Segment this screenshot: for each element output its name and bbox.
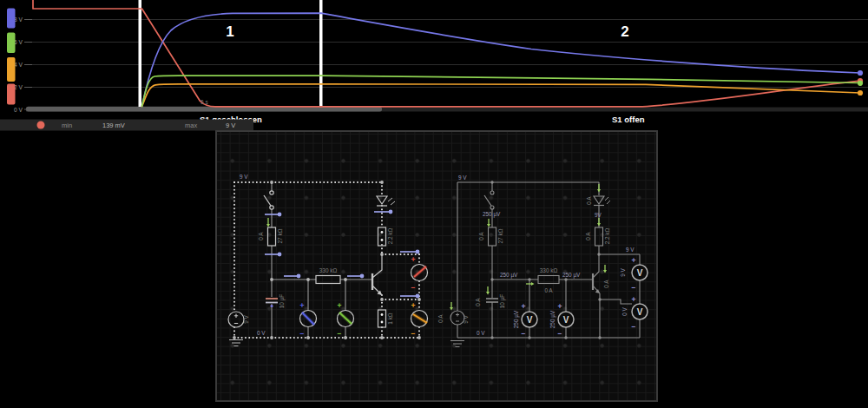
right-rb-current-label: 0 A xyxy=(544,287,553,293)
transistor-right[interactable] xyxy=(593,254,600,293)
trace-endpoint-green xyxy=(858,81,863,86)
right-circuit: V + − V + − V + − V + − xyxy=(437,174,648,347)
y-label-4v: 4 V xyxy=(14,62,23,68)
resistor-330k-right[interactable] xyxy=(538,276,559,284)
meter-red[interactable] xyxy=(411,265,428,281)
resistor-27k-left[interactable] xyxy=(268,227,276,246)
voltmeter-2-plus: + xyxy=(558,302,562,311)
meter-green[interactable] xyxy=(338,311,354,327)
right-supply-label: 9 V xyxy=(458,174,467,181)
event-marker-s1-closed xyxy=(139,0,142,107)
right-base-v1-label: 250 µV xyxy=(500,272,518,279)
trace-blue xyxy=(142,13,861,106)
right-battery-current-label: 0 A xyxy=(437,314,444,323)
scope-axis-ticks xyxy=(24,20,32,110)
voltmeter-2-value: 250 µV xyxy=(549,310,556,328)
circuit-diagram: + − + − + − + − xyxy=(215,130,658,402)
meter-green-minus: − xyxy=(338,329,342,338)
left-cap-label: 10 µF xyxy=(279,294,286,309)
svg-text:V: V xyxy=(563,315,569,325)
right-gnd-label: 0 V xyxy=(477,330,485,336)
voltmeter-collector-plus: + xyxy=(632,256,636,265)
channel-swatch-red[interactable] xyxy=(7,84,16,105)
svg-text:V: V xyxy=(637,307,643,317)
legend-max-value: 9 V xyxy=(226,122,235,129)
right-nodes xyxy=(490,181,601,339)
resistor-330k-left[interactable] xyxy=(316,276,340,284)
voltmeter-collector[interactable]: V xyxy=(632,265,648,280)
scope-legend: min 139 mV max 9 V xyxy=(0,120,253,131)
right-transistor-current-label: 0 A xyxy=(603,280,609,288)
voltmeter-emitter-plus: + xyxy=(632,295,636,304)
left-supply-label: 9 V xyxy=(240,174,248,180)
right-vm-top-label: 9 V xyxy=(620,267,626,276)
y-label-8v: 8 V xyxy=(14,16,23,23)
green-arrow-27k-left xyxy=(266,218,270,227)
y-label-6v: 6 V xyxy=(14,39,23,45)
y-label-0v: 0 V xyxy=(14,107,23,113)
right-wires xyxy=(457,182,640,338)
left-wires-plain xyxy=(272,182,372,338)
legend-min-label: min xyxy=(62,122,72,129)
trace-endpoint-orange xyxy=(858,90,863,95)
right-vm-bot-label: 0 V xyxy=(621,306,628,315)
battery-left[interactable] xyxy=(228,312,244,327)
voltmeter-emitter[interactable]: V xyxy=(632,304,648,319)
scope-y-axis: 8 V 6 V 4 V 2 V 0 V xyxy=(14,16,23,113)
legend-channel-dot[interactable] xyxy=(37,122,45,129)
meter-red-plus: + xyxy=(411,255,416,264)
voltmeter-collector-minus: − xyxy=(632,283,636,292)
oscilloscope: 8 V 6 V 4 V 2 V 0 V xyxy=(0,0,868,132)
channel-swatch-green[interactable] xyxy=(7,33,16,54)
left-re-label: 1 kΩ xyxy=(387,313,393,325)
right-led-voltage-label: 9V xyxy=(595,212,602,218)
left-circuit: + − + − + − + − xyxy=(228,174,428,346)
voltmeter-2[interactable]: V xyxy=(558,312,574,327)
meter-orange-plus: + xyxy=(411,301,416,310)
channel-swatch-blue[interactable] xyxy=(7,9,16,29)
right-r1-label: 27 kΩ xyxy=(497,228,503,243)
left-r1-label: 27 kΩ xyxy=(277,228,283,243)
right-led-current-label: 0 A xyxy=(586,196,592,205)
capacitor-left[interactable] xyxy=(266,299,278,307)
led-left[interactable] xyxy=(377,196,395,206)
region-1-label: 1 xyxy=(226,23,233,40)
ground-left xyxy=(229,340,243,346)
scope-channel-swatches xyxy=(7,9,16,105)
voltmeter-1-plus: + xyxy=(522,302,526,311)
right-vc-wire-label: 9 V xyxy=(626,247,635,253)
resistor-2k2-left[interactable] xyxy=(378,227,386,246)
meter-blue[interactable] xyxy=(300,311,317,327)
y-label-2v: 2 V xyxy=(14,84,23,90)
right-switch-voltage-label: 250 µV xyxy=(483,211,501,218)
switch-s1-left[interactable] xyxy=(264,191,273,209)
event-label-s1-open: S1 offen xyxy=(612,115,645,124)
capacitor-right[interactable] xyxy=(486,299,498,302)
resistor-2k2-right[interactable] xyxy=(595,227,603,246)
meter-orange-minus: − xyxy=(411,329,416,338)
switch-s1-right[interactable] xyxy=(484,191,494,209)
resistor-27k-right[interactable] xyxy=(489,227,496,246)
right-r2-label: 2.2 kΩ xyxy=(604,227,610,244)
svg-text:V: V xyxy=(637,268,643,278)
left-battery-label: 9 V xyxy=(243,314,249,323)
voltmeter-1-minus: − xyxy=(522,329,526,338)
led-right[interactable] xyxy=(594,196,610,206)
meter-blue-plus: + xyxy=(300,301,305,310)
right-battery-label: 9 V xyxy=(463,314,469,323)
right-cap-label: 10 µF xyxy=(499,294,506,309)
left-gnd-label: 0 V xyxy=(257,330,266,336)
channel-swatch-orange[interactable] xyxy=(7,57,16,82)
time-div-label: 5 s xyxy=(201,99,208,105)
voltmeter-1[interactable]: V xyxy=(522,312,537,327)
meter-blue-minus: − xyxy=(300,329,305,338)
right-cap-current-label: 0 A xyxy=(475,298,481,306)
meter-orange[interactable] xyxy=(411,311,428,327)
transistor-left[interactable] xyxy=(372,254,382,295)
resistor-1k-left[interactable] xyxy=(378,310,386,327)
time-scrollbar-thumb[interactable] xyxy=(26,107,382,112)
voltmeter-2-minus: − xyxy=(558,329,562,338)
svg-text:V: V xyxy=(527,315,533,325)
scope-traces xyxy=(33,0,863,107)
event-marker-s1-open xyxy=(319,0,323,107)
